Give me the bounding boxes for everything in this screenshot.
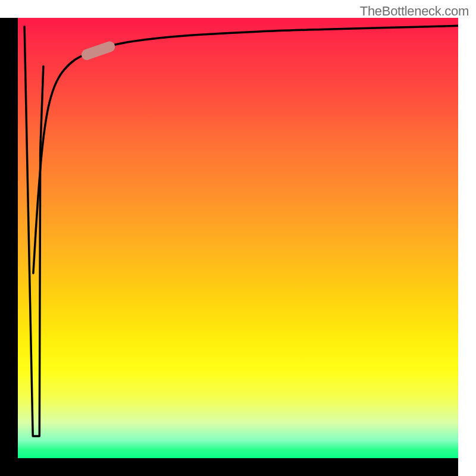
watermark-text: TheBottleneck.com — [360, 4, 469, 19]
y-axis — [0, 18, 18, 458]
axis-corner — [0, 458, 18, 476]
x-axis — [18, 458, 458, 476]
plot-gradient-background — [18, 18, 458, 458]
